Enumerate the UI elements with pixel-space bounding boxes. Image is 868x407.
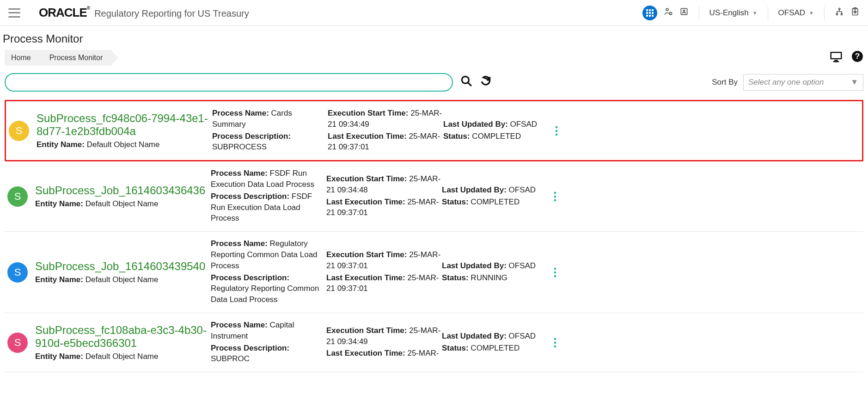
execution-times: Execution Start Time: 25-MAR-21 09:34:49… [328,108,443,154]
process-info: Process Name: Capital Instrument Process… [211,320,326,365]
search-icon[interactable] [460,75,472,90]
execution-times: Execution Start Time: 25-MAR-21 09:34:49… [326,325,442,360]
page-title: Process Monitor [0,26,868,48]
svg-rect-13 [833,61,839,62]
sitemap-icon[interactable] [835,7,844,18]
breadcrumb: HomeProcess Monitor [5,50,111,66]
process-row: S SubProcess_Job_1614603436436 Entity Na… [5,161,863,232]
language-dropdown[interactable]: US-English▼ [709,8,758,18]
sort-dropdown[interactable]: Select any one option ▼ [743,74,863,91]
apps-icon[interactable] [642,6,657,20]
entity-name: Entity Name: Default Object Name [35,352,211,361]
svg-rect-11 [831,53,841,58]
status-badge: S [7,333,28,353]
svg-point-0 [666,8,668,11]
execution-times: Execution Start Time: 25-MAR-21 09:37:01… [326,249,442,295]
topbar-actions: US-English▼ OFSAD▼ [642,6,860,20]
product-name: Regulatory Reporting for US Treasury [94,8,249,19]
row-menu-icon[interactable] [544,192,567,201]
svg-point-5 [836,13,837,15]
svg-point-1 [669,12,672,15]
breadcrumb-item[interactable]: Home [5,50,39,66]
help-icon[interactable]: ? [851,50,863,66]
svg-point-4 [838,8,840,10]
svg-point-3 [683,10,685,12]
status-info: Last Updated By: OFSAD Status: RUNNING [442,260,544,284]
search-row: Sort By Select any one option ▼ [0,70,868,100]
search-input[interactable] [5,73,453,92]
monitor-icon[interactable] [829,50,843,66]
user-settings-icon[interactable] [664,7,673,18]
oracle-logo: ORACLE® [39,6,90,20]
status-info: Last Updated By: OFSAD Status: COMPLETED [443,119,545,143]
process-link[interactable]: SubProcess_fc108aba-e3c3-4b30-910d-e5bec… [35,324,211,349]
status-badge: S [9,121,29,141]
row-menu-icon[interactable] [545,126,568,136]
svg-point-16 [462,76,469,83]
process-row: S SubProcess_Job_1614603439540 Entity Na… [5,232,863,313]
entity-name: Entity Name: Default Object Name [35,199,211,209]
card-icon[interactable] [679,7,689,18]
breadcrumb-row: HomeProcess Monitor ? [0,48,868,70]
clipboard-icon[interactable] [850,7,860,18]
row-menu-icon[interactable] [544,268,567,277]
svg-rect-12 [834,60,838,61]
process-link[interactable]: SubProcess_Job_1614603436436 [35,184,211,197]
process-row: S SubProcess_fc108aba-e3c3-4b30-910d-e5b… [5,313,863,372]
process-link[interactable]: SubProcess_Job_1614603439540 [35,260,211,273]
entity-name: Entity Name: Default Object Name [37,140,212,149]
sort-label: Sort By [712,78,738,87]
user-dropdown[interactable]: OFSAD▼ [778,8,814,18]
process-list: S SubProcess_fc948c06-7994-43e1-8d77-1e2… [0,100,868,372]
breadcrumb-item[interactable]: Process Monitor [39,50,111,66]
top-bar: ORACLE® Regulatory Reporting for US Trea… [0,0,868,26]
menu-icon[interactable] [8,8,20,18]
svg-point-6 [841,13,842,15]
svg-line-17 [468,82,471,86]
row-menu-icon[interactable] [544,338,567,347]
status-badge: S [7,186,28,207]
process-row: S SubProcess_fc948c06-7994-43e1-8d77-1e2… [5,100,863,161]
status-info: Last Updated By: OFSAD Status: COMPLETED [442,331,544,355]
refresh-icon[interactable] [480,75,492,90]
execution-times: Execution Start Time: 25-MAR-21 09:34:48… [326,173,442,219]
process-info: Process Name: FSDF Run Execution Data Lo… [211,168,326,225]
process-link[interactable]: SubProcess_fc948c06-7994-43e1-8d77-1e2b3… [37,112,212,137]
process-info: Process Name: Cards Summary Process Desc… [212,108,328,154]
entity-name: Entity Name: Default Object Name [35,275,211,284]
svg-text:?: ? [855,51,860,61]
brand: ORACLE® Regulatory Reporting for US Trea… [39,6,249,20]
status-badge: S [7,262,28,283]
status-info: Last Updated By: OFSAD Status: COMPLETED [442,185,544,209]
process-info: Process Name: Regulatory Reporting Commo… [211,238,326,306]
